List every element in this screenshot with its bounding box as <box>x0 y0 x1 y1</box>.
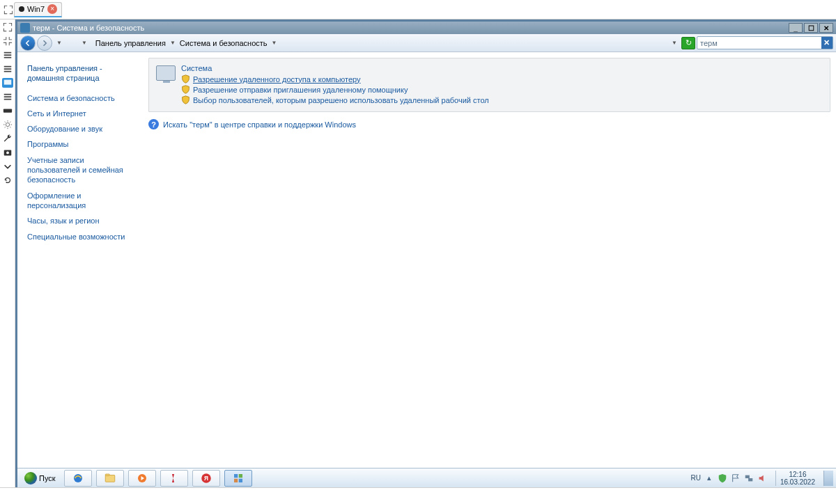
breadcrumb-seg2-dropdown[interactable]: ▼ <box>272 40 277 46</box>
collapse-icon[interactable] <box>2 36 13 46</box>
host-vm-tab[interactable]: Win7 × <box>14 2 62 17</box>
sidebar-item-0[interactable]: Система и безопасность <box>27 93 133 103</box>
svg-rect-7 <box>105 474 109 475</box>
host-top-bar: Win7 × <box>0 0 836 19</box>
search-box[interactable]: ✕ <box>697 36 833 49</box>
menu-icon[interactable] <box>2 50 13 60</box>
sidebar-item-4[interactable]: Учетные записи пользователей и семейная … <box>27 155 133 185</box>
refresh-icon[interactable] <box>2 175 13 185</box>
search-input[interactable] <box>697 39 821 47</box>
address-dropdown[interactable]: ▼ <box>672 40 677 46</box>
display-icon[interactable] <box>2 78 13 88</box>
wrench-icon[interactable] <box>2 134 13 143</box>
svg-rect-16 <box>748 478 752 481</box>
vm-tab-close[interactable]: × <box>47 4 57 14</box>
back-button[interactable] <box>20 36 36 51</box>
help-search-text: Искать "терм" в центре справки и поддерж… <box>163 120 356 129</box>
svg-text:Я: Я <box>204 475 208 482</box>
result-title[interactable]: Система <box>181 64 489 72</box>
tray-flag-icon[interactable] <box>731 473 741 483</box>
tray-chevron-icon[interactable]: ▴ <box>704 473 714 483</box>
breadcrumb-seg1-dropdown[interactable]: ▼ <box>170 40 176 46</box>
taskbar-yandex[interactable] <box>160 470 188 487</box>
window-icon <box>20 23 30 33</box>
taskbar-mediaplayer[interactable] <box>128 470 156 487</box>
tray-shield-icon[interactable] <box>718 473 727 483</box>
svg-rect-12 <box>238 474 242 478</box>
svg-point-2 <box>6 123 9 126</box>
taskbar-clock[interactable]: 12:16 16.03.2022 <box>775 471 819 486</box>
start-button[interactable]: Пуск <box>20 471 60 486</box>
chevron-down-icon[interactable] <box>2 162 13 171</box>
svg-rect-15 <box>745 475 750 478</box>
breadcrumb[interactable]: Панель управления ▼ Система и безопаснос… <box>95 39 279 47</box>
keyboard-icon[interactable] <box>2 106 13 116</box>
sidebar-item-1[interactable]: Сеть и Интернет <box>27 109 133 118</box>
sidebar-item-5[interactable]: Оформление и персонализация <box>27 191 133 211</box>
location-dropdown[interactable]: ▼ <box>82 40 87 46</box>
breadcrumb-seg1[interactable]: Панель управления <box>95 39 166 47</box>
svg-rect-14 <box>238 478 242 482</box>
menu2-icon[interactable] <box>2 64 13 74</box>
minimize-button[interactable]: _ <box>789 23 803 33</box>
explorer-navbar: ▼ ▼ Панель управления ▼ Система и безопа… <box>17 34 836 52</box>
forward-button[interactable] <box>37 36 52 51</box>
refresh-button[interactable] <box>681 37 695 49</box>
host-left-toolbar <box>0 19 15 487</box>
close-button[interactable]: ✕ <box>819 23 833 33</box>
window-title: терм - Система и безопасность <box>33 24 144 32</box>
search-clear-button[interactable]: ✕ <box>821 37 833 49</box>
sidebar-nav: Панель управления - домашняя страница Си… <box>17 52 143 468</box>
location-icon <box>66 38 77 49</box>
camera-icon[interactable] <box>2 148 13 157</box>
svg-rect-6 <box>105 475 115 482</box>
sidebar-item-3[interactable]: Программы <box>27 139 133 149</box>
window-titlebar: терм - Система и безопасность _ ☐ ✕ <box>17 22 836 34</box>
result-link-2[interactable]: Выбор пользователей, которым разрешено и… <box>193 96 489 104</box>
start-label: Пуск <box>39 474 56 482</box>
expand-icon[interactable] <box>2 22 13 32</box>
vm-area: терм - Система и безопасность _ ☐ ✕ ▼ ▼ … <box>15 19 836 487</box>
tray-language[interactable]: RU <box>690 474 700 482</box>
content-area: Панель управления - домашняя страница Си… <box>17 52 836 468</box>
clock-time: 12:16 <box>789 471 806 478</box>
vm-status-icon <box>19 6 24 12</box>
windows-orb-icon <box>24 472 37 485</box>
system-icon <box>156 65 176 81</box>
sidebar-item-6[interactable]: Часы, язык и регион <box>27 216 133 226</box>
shield-icon <box>181 95 190 104</box>
list-icon[interactable] <box>2 92 13 102</box>
taskbar-explorer[interactable] <box>96 470 124 487</box>
help-icon: ? <box>148 119 159 129</box>
nav-history-dropdown[interactable]: ▼ <box>56 40 62 46</box>
taskbar-ie[interactable] <box>64 470 92 487</box>
svg-rect-11 <box>234 474 238 478</box>
taskbar-ya[interactable]: Я <box>192 470 220 487</box>
gear-icon[interactable] <box>2 120 13 129</box>
result-link-0[interactable]: Разрешение удаленного доступа к компьюте… <box>193 75 361 84</box>
sidebar-home[interactable]: Панель управления - домашняя страница <box>27 63 133 84</box>
show-desktop-button[interactable] <box>823 471 833 486</box>
main-panel: Система Разрешение удаленного доступа к … <box>143 52 836 468</box>
shield-icon <box>181 85 190 94</box>
svg-rect-0 <box>3 80 11 85</box>
host-bottom-bar <box>0 487 836 504</box>
tray-volume-icon[interactable] <box>757 473 767 483</box>
shield-icon <box>181 74 190 84</box>
search-result-group: Система Разрешение удаленного доступа к … <box>148 58 830 112</box>
result-link-1[interactable]: Разрешение отправки приглашения удаленно… <box>193 86 408 94</box>
system-tray: RU ▴ <box>686 473 771 483</box>
host-fullscreen-icon[interactable] <box>3 5 14 15</box>
maximize-button[interactable]: ☐ <box>804 23 818 33</box>
svg-point-4 <box>6 152 9 155</box>
breadcrumb-seg2[interactable]: Система и безопасность <box>180 39 268 47</box>
help-search-line[interactable]: ? Искать "терм" в центре справки и подде… <box>148 119 830 129</box>
taskbar: Пуск Я RU ▴ 12:16 16.03.2022 <box>17 468 836 487</box>
sidebar-item-7[interactable]: Специальные возможности <box>27 232 133 242</box>
sidebar-item-2[interactable]: Оборудование и звук <box>27 124 133 134</box>
taskbar-controlpanel[interactable] <box>224 470 252 487</box>
svg-rect-13 <box>234 478 238 482</box>
clock-date: 16.03.2022 <box>780 478 815 486</box>
tray-network-icon[interactable] <box>744 473 754 483</box>
vm-tab-label: Win7 <box>27 5 45 13</box>
